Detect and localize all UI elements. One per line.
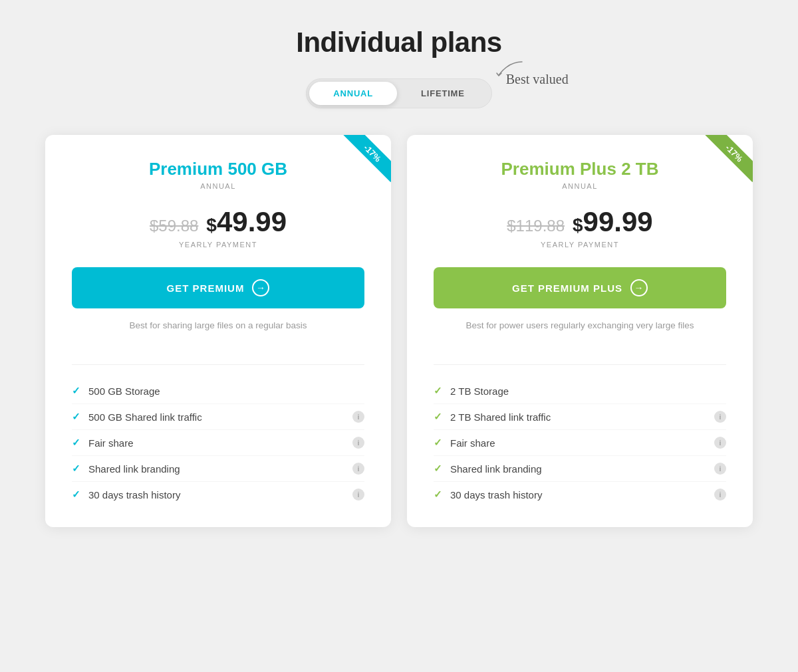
premium-plus-plan-name: Premium Plus 2 TB — [434, 159, 726, 179]
premium-badge: -17% — [338, 135, 391, 188]
premium-plus-badge: -17% — [700, 135, 753, 188]
page-title: Individual plans — [296, 27, 501, 58]
feature-item: ✓ 500 GB Storage — [72, 378, 364, 404]
feature-text: Fair share — [450, 437, 495, 449]
feature-text: 500 GB Shared link traffic — [88, 411, 202, 423]
check-icon: ✓ — [434, 437, 442, 449]
premium-description: Best for sharing large files on a regula… — [72, 319, 364, 346]
lifetime-toggle-btn[interactable]: LIFETIME — [397, 82, 489, 105]
info-icon[interactable]: i — [714, 463, 726, 475]
premium-badge-label: -17% — [344, 135, 391, 182]
plan-card-premium-plus: -17% Premium Plus 2 TB ANNUAL $119.88 $9… — [407, 135, 753, 527]
check-icon: ✓ — [434, 385, 442, 397]
feature-text: 500 GB Storage — [88, 386, 160, 397]
feature-text: Shared link branding — [88, 463, 180, 475]
feature-text: 30 days trash history — [88, 489, 180, 501]
premium-feature-list: ✓ 500 GB Storage ✓ 500 GB Shared link tr… — [72, 378, 364, 507]
feature-item: ✓ Fair share i — [72, 430, 364, 456]
premium-plus-cta-button[interactable]: GET PREMIUM PLUS → — [434, 267, 726, 308]
premium-plus-new-price: $99.99 — [573, 206, 653, 238]
feature-item: ✓ Fair share i — [434, 430, 726, 456]
premium-new-price: $49.99 — [206, 206, 287, 238]
check-icon: ✓ — [434, 463, 442, 475]
info-icon[interactable]: i — [714, 489, 726, 501]
feature-text: Shared link branding — [450, 463, 542, 475]
premium-plus-payment-label: YEARLY PAYMENT — [434, 241, 726, 249]
check-icon: ✓ — [434, 411, 442, 423]
feature-item: ✓ 30 days trash history i — [434, 482, 726, 507]
premium-plus-old-price: $119.88 — [507, 217, 565, 235]
premium-period: ANNUAL — [72, 182, 364, 190]
feature-item: ✓ Shared link branding i — [72, 456, 364, 482]
feature-text: Fair share — [88, 437, 134, 449]
premium-plus-divider — [434, 364, 726, 365]
feature-item: ✓ 2 TB Shared link traffic i — [434, 404, 726, 430]
premium-plus-badge-label: -17% — [706, 135, 753, 182]
info-icon[interactable]: i — [714, 437, 726, 449]
premium-payment-label: YEARLY PAYMENT — [72, 241, 364, 249]
feature-text: 2 TB Storage — [450, 386, 509, 397]
feature-item: ✓ 500 GB Shared link traffic i — [72, 404, 364, 430]
premium-price-row: $59.88 $49.99 — [72, 206, 364, 238]
check-icon: ✓ — [72, 411, 80, 423]
premium-plus-price-row: $119.88 $99.99 — [434, 206, 726, 238]
info-icon[interactable]: i — [352, 437, 364, 449]
feature-text: 30 days trash history — [450, 489, 542, 501]
premium-plus-cta-icon: → — [630, 279, 648, 296]
plans-container: -17% Premium 500 GB ANNUAL $59.88 $49.99… — [33, 135, 765, 527]
premium-plan-name: Premium 500 GB — [72, 159, 364, 179]
premium-cta-button[interactable]: GET PREMIUM → — [72, 267, 364, 308]
feature-text: 2 TB Shared link traffic — [450, 411, 551, 423]
check-icon: ✓ — [72, 489, 80, 501]
billing-toggle-wrapper: ANNUAL LIFETIME Best valued — [306, 78, 491, 108]
check-icon: ✓ — [72, 463, 80, 475]
premium-plus-feature-list: ✓ 2 TB Storage ✓ 2 TB Shared link traffi… — [434, 378, 726, 507]
feature-item: ✓ 2 TB Storage — [434, 378, 726, 404]
feature-item: ✓ 30 days trash history i — [72, 482, 364, 507]
billing-toggle: ANNUAL LIFETIME — [306, 78, 491, 108]
info-icon[interactable]: i — [714, 411, 726, 423]
check-icon: ✓ — [72, 385, 80, 397]
plan-card-premium: -17% Premium 500 GB ANNUAL $59.88 $49.99… — [45, 135, 391, 527]
premium-cta-label: GET PREMIUM — [167, 282, 245, 294]
best-valued-label: Best valued — [506, 72, 569, 87]
premium-old-price: $59.88 — [150, 217, 198, 235]
premium-divider — [72, 364, 364, 365]
feature-item: ✓ Shared link branding i — [434, 456, 726, 482]
check-icon: ✓ — [72, 437, 80, 449]
premium-plus-period: ANNUAL — [434, 182, 726, 190]
info-icon[interactable]: i — [352, 411, 364, 423]
premium-plus-description: Best for power users regularly exchangin… — [434, 319, 726, 346]
info-icon[interactable]: i — [352, 489, 364, 501]
premium-cta-icon: → — [252, 279, 269, 296]
check-icon: ✓ — [434, 489, 442, 501]
annual-toggle-btn[interactable]: ANNUAL — [309, 82, 397, 105]
info-icon[interactable]: i — [352, 463, 364, 475]
premium-plus-cta-label: GET PREMIUM PLUS — [512, 282, 622, 294]
